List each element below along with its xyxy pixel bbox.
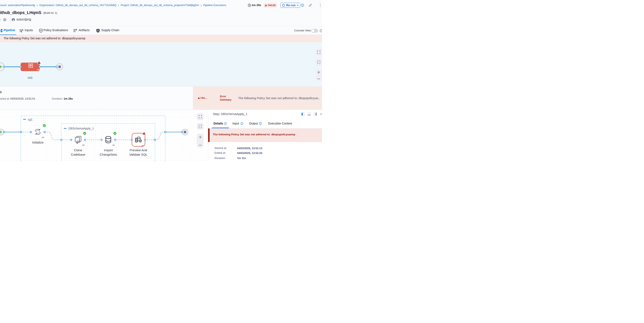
svg-text:Preview And: Preview And xyxy=(130,148,147,152)
svg-text:Codebase: Codebase xyxy=(71,153,85,156)
svg-text:cg1: cg1 xyxy=(28,118,32,121)
svg-text:Import: Import xyxy=(104,148,113,152)
svg-text:Initialize: Initialize xyxy=(32,141,44,144)
svg-text:ChangeSets: ChangeSets xyxy=(100,153,117,156)
svg-text:Clone: Clone xyxy=(74,148,82,152)
svg-text:</>: </> xyxy=(142,145,144,147)
svg-text:</>: </> xyxy=(82,144,85,146)
svg-text:</>: </> xyxy=(112,144,115,146)
svg-text:cs1: cs1 xyxy=(28,76,32,79)
svg-text:</>: </> xyxy=(42,136,44,139)
svg-text:</>: </> xyxy=(37,68,40,71)
svg-text:DBSchemaApply_1: DBSchemaApply_1 xyxy=(68,127,94,130)
svg-text:Validate SQL: Validate SQL xyxy=(129,153,147,156)
